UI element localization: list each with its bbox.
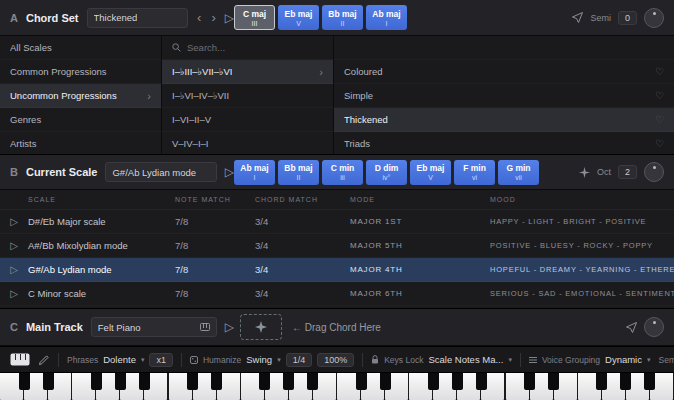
play-row-button[interactable]: ▷ bbox=[0, 216, 28, 227]
play-scale-button[interactable]: ▷ bbox=[225, 166, 234, 178]
phrases-multiplier[interactable]: x1 bbox=[149, 353, 173, 367]
piano-black-key[interactable] bbox=[380, 373, 391, 390]
progression-item[interactable]: I–♭III–♭VII–♭VI › bbox=[162, 60, 333, 84]
scale-name: D#/Eb Major scale bbox=[28, 216, 175, 227]
piano-black-key[interactable] bbox=[283, 373, 294, 390]
current-scale-dropdown[interactable]: G#/Ab Lydian mode bbox=[105, 162, 216, 182]
scale-row[interactable]: ▷ C Minor scale 7/8 3/4 MAJOR 6TH SERIOU… bbox=[0, 282, 674, 306]
favorite-heart-icon[interactable]: ♡ bbox=[655, 138, 664, 149]
play-row-button[interactable]: ▷ bbox=[0, 240, 28, 251]
scale-row[interactable]: ▷ A#/Bb Mixolydian mode 7/8 3/4 MAJOR 5T… bbox=[0, 234, 674, 258]
piano-black-key[interactable] bbox=[19, 373, 30, 390]
chord-set-preset-dropdown[interactable]: Thickened bbox=[87, 8, 189, 28]
piano-black-key[interactable] bbox=[43, 373, 54, 390]
chord-pad-degree: vi bbox=[472, 174, 477, 181]
mood-value: HOPEFUL - DREAMY - YEARNING - ETHEREAL bbox=[490, 265, 674, 274]
voice-grouping-dropdown[interactable]: Dynamic bbox=[605, 354, 642, 365]
play-chord-set-button[interactable]: ▷ bbox=[225, 12, 234, 24]
scale-row-selected[interactable]: ▷ G#/Ab Lydian mode 7/8 3/4 MAJOR 4TH HO… bbox=[0, 258, 674, 282]
pencil-icon[interactable] bbox=[38, 354, 50, 366]
chord-pad[interactable]: C min iii bbox=[322, 160, 363, 185]
favorite-heart-icon[interactable]: ♡ bbox=[655, 66, 664, 77]
progression-item[interactable]: I–♭VI–IV–♭VII bbox=[162, 84, 333, 108]
piano-black-key[interactable] bbox=[259, 373, 270, 390]
keys-lock-dropdown[interactable]: Scale Notes Ma... bbox=[428, 354, 503, 365]
scale-row[interactable]: ▷ D#/Eb Major scale 7/8 3/4 MAJOR 1ST HA… bbox=[0, 210, 674, 234]
sidebar-item-artists[interactable]: Artists bbox=[0, 132, 161, 154]
sparkle-icon[interactable] bbox=[579, 167, 590, 178]
sidebar-item-common-progressions[interactable]: Common Progressions bbox=[0, 60, 161, 84]
voice-grouping-icon bbox=[529, 356, 537, 364]
chord-set-dial-button[interactable] bbox=[644, 8, 664, 28]
piano-icon bbox=[200, 323, 210, 331]
voicing-label: Triads bbox=[344, 138, 370, 149]
note-match-value: 7/8 bbox=[175, 216, 255, 227]
chord-pad[interactable]: F min vi bbox=[454, 160, 495, 185]
phrases-group: Phrases Dolente ▾ x1 bbox=[67, 353, 173, 367]
chord-pad[interactable]: C maj III bbox=[234, 5, 275, 30]
piano-black-key[interactable] bbox=[139, 373, 150, 390]
humanize-dropdown[interactable]: Swing bbox=[246, 354, 272, 365]
scale-chord-pads: Ab maj I Bb maj II C min iii D dim iv° E… bbox=[234, 160, 539, 185]
prev-preset-button[interactable]: ‹ bbox=[196, 11, 202, 24]
dial-dot bbox=[653, 12, 656, 15]
oct-value[interactable]: 2 bbox=[618, 165, 637, 179]
chord-pad[interactable]: Eb maj V bbox=[278, 5, 319, 30]
piano-black-key[interactable] bbox=[428, 373, 439, 390]
voicing-item-thickened[interactable]: Thickened ♡ bbox=[334, 108, 674, 132]
piano-black-key[interactable] bbox=[476, 373, 487, 390]
voicing-label: Simple bbox=[344, 90, 373, 101]
dial-dot bbox=[653, 166, 656, 169]
next-preset-button[interactable]: › bbox=[210, 11, 216, 24]
progression-label: V–IV–I–I bbox=[172, 138, 208, 149]
oct-label: Oct bbox=[597, 167, 611, 177]
chord-pad[interactable]: Bb maj II bbox=[322, 5, 363, 30]
piano-black-key[interactable] bbox=[644, 373, 655, 390]
semi-value[interactable]: 0 bbox=[618, 11, 637, 25]
chord-pad[interactable]: Ab maj I bbox=[234, 160, 275, 185]
favorite-heart-icon[interactable]: ♡ bbox=[655, 114, 664, 125]
voicing-item-simple[interactable]: Simple ♡ bbox=[334, 84, 674, 108]
piano-black-key[interactable] bbox=[596, 373, 607, 390]
chord-pad[interactable]: Ab maj I bbox=[366, 5, 407, 30]
piano-black-key[interactable] bbox=[91, 373, 102, 390]
chord-pad[interactable]: Eb maj V bbox=[410, 160, 451, 185]
favorite-heart-icon[interactable]: ♡ bbox=[655, 90, 664, 101]
play-row-button[interactable]: ▷ bbox=[0, 288, 28, 299]
chord-pad[interactable]: D dim iv° bbox=[366, 160, 407, 185]
progression-item[interactable]: I–VI–II–V bbox=[162, 108, 333, 132]
piano-black-key[interactable] bbox=[307, 373, 318, 390]
sidebar-item-all-scales[interactable]: All Scales bbox=[0, 36, 161, 60]
piano-black-key[interactable] bbox=[548, 373, 559, 390]
humanize-group: Humanize Swing ▾ 1/4 100% bbox=[190, 353, 354, 367]
play-track-button[interactable]: ▷ bbox=[225, 321, 234, 333]
voicing-item-coloured[interactable]: Coloured ♡ bbox=[334, 60, 674, 84]
voice-grouping-group: Voice Grouping Dynamic ▾ bbox=[529, 354, 651, 365]
play-row-button[interactable]: ▷ bbox=[0, 264, 28, 275]
humanize-division[interactable]: 1/4 bbox=[286, 353, 313, 367]
send-icon[interactable] bbox=[626, 322, 637, 333]
search-input[interactable] bbox=[187, 42, 307, 53]
keyboard-icon[interactable] bbox=[10, 353, 30, 366]
piano-black-key[interactable] bbox=[115, 373, 126, 390]
piano-black-key[interactable] bbox=[356, 373, 367, 390]
sidebar-item-genres[interactable]: Genres bbox=[0, 108, 161, 132]
chord-pad[interactable]: Bb maj II bbox=[278, 160, 319, 185]
phrases-dropdown[interactable]: Dolente bbox=[103, 354, 136, 365]
humanize-percent[interactable]: 100% bbox=[317, 353, 354, 367]
piano-black-key[interactable] bbox=[452, 373, 463, 390]
piano-black-key[interactable] bbox=[524, 373, 535, 390]
current-scale-dial-button[interactable] bbox=[644, 162, 664, 182]
progression-item[interactable]: V–IV–I–I bbox=[162, 132, 333, 154]
piano-black-key[interactable] bbox=[620, 373, 631, 390]
main-track-dial-button[interactable] bbox=[644, 317, 664, 337]
sidebar-item-uncommon-progressions[interactable]: Uncommon Progressions › bbox=[0, 84, 161, 108]
piano-black-key[interactable] bbox=[211, 373, 222, 390]
send-icon[interactable] bbox=[572, 12, 583, 23]
piano-black-key[interactable] bbox=[187, 373, 198, 390]
toolbar-divider bbox=[181, 353, 182, 367]
voicing-item-triads[interactable]: Triads ♡ bbox=[334, 132, 674, 154]
chord-pad[interactable]: G min vii bbox=[498, 160, 539, 185]
chord-drop-zone[interactable] bbox=[240, 314, 282, 340]
instrument-dropdown[interactable]: Felt Piano bbox=[91, 317, 217, 337]
